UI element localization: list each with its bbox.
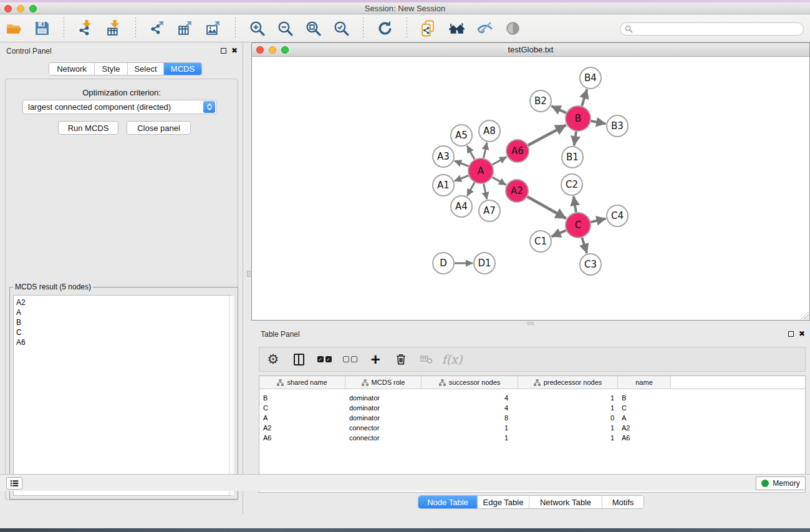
table-row[interactable]: A2 connector 1 1 A2 <box>259 423 805 433</box>
tab-node-table[interactable]: Node Table <box>418 496 478 508</box>
horizontal-splitter-handle[interactable] <box>528 322 534 325</box>
save-session-icon[interactable] <box>28 17 56 39</box>
close-panel-icon[interactable]: ✖ <box>231 47 238 54</box>
run-mcds-button[interactable]: Run MCDS <box>58 121 118 135</box>
graph-edge-A-A3[interactable] <box>455 161 469 167</box>
search-field[interactable] <box>620 22 804 36</box>
graph-node-label-B2: B2 <box>534 95 547 107</box>
table-row[interactable]: A6 connector 1 1 A6 <box>259 433 805 443</box>
gear-icon[interactable]: ⚙ <box>266 352 281 367</box>
mcds-result-title: MCDS result (5 nodes) <box>13 283 93 291</box>
toolbar-separator <box>235 17 236 39</box>
criterion-selected-value: largest connected component (directed) <box>23 102 203 112</box>
list-item[interactable]: C <box>16 327 231 337</box>
graph-node-label-A5: A5 <box>455 130 468 141</box>
column-header-mcds-role[interactable]: MCDS role <box>345 376 422 389</box>
export-image-icon[interactable] <box>200 17 228 39</box>
tab-network-table[interactable]: Network Table <box>529 496 602 508</box>
deselect-all-icon[interactable] <box>342 352 357 367</box>
graph-node-label-A7: A7 <box>483 205 496 216</box>
delete-column-icon[interactable] <box>393 352 408 367</box>
column-header-successor-nodes[interactable]: successor nodes <box>422 376 518 389</box>
zoom-fit-icon[interactable] <box>299 17 327 39</box>
graph-edge-B-B3[interactable] <box>591 121 606 124</box>
tab-motifs[interactable]: Motifs <box>602 496 644 508</box>
clone-network-icon[interactable] <box>415 17 443 39</box>
network-view-window: testGlobe.txt B4B2BB3B1A5A8A6A3AA1A2A4A7… <box>251 42 810 321</box>
graph-edge-B-B2[interactable] <box>551 106 566 113</box>
close-table-panel-icon[interactable]: ✖ <box>799 331 805 337</box>
network-window-titlebar[interactable]: testGlobe.txt <box>252 43 809 57</box>
table-header-row: shared name MCDS role successor nodes pr… <box>259 376 805 389</box>
tab-mcds[interactable]: MCDS <box>164 63 201 75</box>
list-item[interactable]: A <box>16 307 231 317</box>
list-item[interactable]: A2 <box>16 297 231 307</box>
delete-table-icon[interactable] <box>419 352 434 367</box>
graph-edge-C-C1[interactable] <box>551 230 566 236</box>
memory-button[interactable]: Memory <box>756 476 806 490</box>
graph-edge-C-C4[interactable] <box>591 218 605 222</box>
window-titlebar[interactable]: Session: New Session <box>0 2 810 14</box>
birdseye-icon[interactable] <box>499 17 527 39</box>
table-row[interactable]: A dominator 8 0 A <box>259 413 805 423</box>
export-network-icon[interactable] <box>143 17 171 39</box>
result-scrollbar[interactable] <box>229 296 234 495</box>
close-panel-button[interactable]: Close panel <box>127 121 191 135</box>
mcds-result-list[interactable]: A2 A B C A6 <box>13 295 231 496</box>
graph-edge-A-A6[interactable] <box>492 157 506 165</box>
graph-node-label-D: D <box>440 258 447 269</box>
graph-edge-C-C3[interactable] <box>582 238 587 253</box>
hide-panel-eye-icon[interactable] <box>471 17 499 39</box>
column-header-name[interactable]: name <box>618 376 671 389</box>
cybrowser-home-icon[interactable] <box>443 17 471 39</box>
table-row[interactable]: B dominator 4 1 B <box>259 393 805 403</box>
zoom-in-icon[interactable] <box>243 17 271 39</box>
graph-edge-B-B1[interactable] <box>574 132 576 145</box>
graph-edge-A-A5[interactable] <box>467 146 475 160</box>
open-session-icon[interactable] <box>0 17 28 39</box>
zoom-out-icon[interactable] <box>271 17 299 39</box>
network-canvas[interactable]: B4B2BB3B1A5A8A6A3AA1A2A4A7C2CC4C1C3DD1 <box>252 57 809 320</box>
import-table-icon[interactable] <box>100 17 128 39</box>
vertical-splitter-handle[interactable] <box>247 271 251 277</box>
tab-select[interactable]: Select <box>128 63 164 75</box>
zoom-selected-icon[interactable] <box>327 17 355 39</box>
export-table-icon[interactable] <box>171 17 200 39</box>
column-split-icon[interactable] <box>291 352 306 367</box>
tab-edge-table[interactable]: Edge Table <box>478 496 529 508</box>
select-all-icon[interactable]: ✓✓ <box>317 352 332 367</box>
graph-edge-C-C2[interactable] <box>574 196 576 212</box>
graph-edge-A-A7[interactable] <box>483 184 486 200</box>
tab-style[interactable]: Style <box>95 63 128 75</box>
graph-edge-A6-B[interactable] <box>528 125 566 145</box>
list-item[interactable]: A6 <box>16 337 231 347</box>
float-panel-icon[interactable] <box>221 48 226 54</box>
graph-edge-A-A1[interactable] <box>455 176 469 181</box>
graph-edge-A-A4[interactable] <box>467 182 475 196</box>
search-input[interactable] <box>636 24 803 34</box>
graph-edge-B-B4[interactable] <box>582 89 587 106</box>
graph-node-label-A8: A8 <box>483 125 496 137</box>
function-builder-icon[interactable]: f(x) <box>445 352 460 367</box>
graph-node-label-A6: A6 <box>511 145 524 157</box>
task-history-button[interactable] <box>6 477 22 490</box>
list-icon <box>9 479 19 488</box>
criterion-select[interactable]: largest connected component (directed) <box>22 100 217 114</box>
import-network-icon[interactable] <box>72 17 100 39</box>
graph-node-label-B1: B1 <box>566 152 579 163</box>
graph-edge-A-A2[interactable] <box>492 177 506 185</box>
graph-edge-A-A8[interactable] <box>483 143 486 158</box>
network-graph[interactable]: B4B2BB3B1A5A8A6A3AA1A2A4A7C2CC4C1C3DD1 <box>252 57 809 320</box>
column-header-shared-name[interactable]: shared name <box>259 376 345 389</box>
mcds-tab-content: Optimization criterion: largest connecte… <box>5 79 238 500</box>
graph-edge-A2-C[interactable] <box>528 196 566 218</box>
add-column-icon[interactable]: + <box>368 352 383 367</box>
refresh-icon[interactable] <box>371 17 399 39</box>
column-header-predecessor-nodes[interactable]: predecessor nodes <box>518 376 618 389</box>
tab-network[interactable]: Network <box>49 63 95 75</box>
graph-node-label-B4: B4 <box>584 72 597 84</box>
list-item[interactable]: B <box>16 317 231 327</box>
table-row[interactable]: C dominator 4 1 C <box>259 403 805 413</box>
memory-status-icon <box>761 480 769 487</box>
float-table-panel-icon[interactable] <box>788 331 794 337</box>
